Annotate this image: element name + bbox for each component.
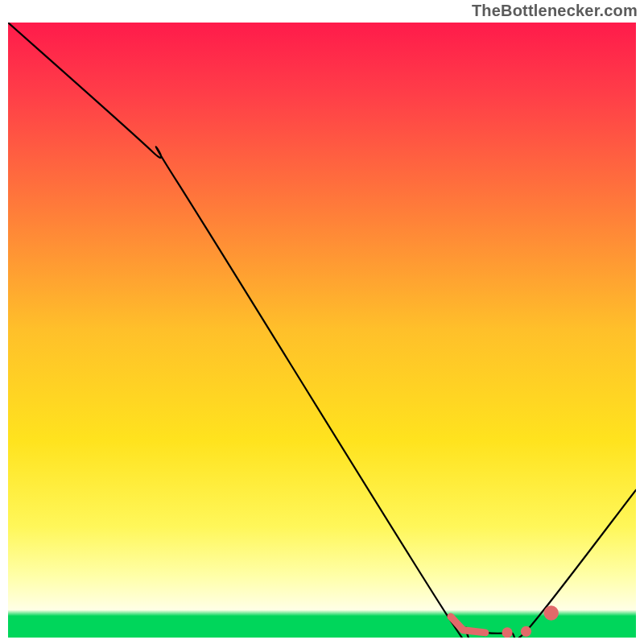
highlight-dot-0 [502,627,513,638]
highlight-dot-1 [521,626,531,637]
chart-root: TheBottlenecker.com [0,0,644,644]
chart-svg [8,23,636,638]
highlight-dot-2 [543,605,558,620]
plot-area [8,23,636,638]
attribution-label: TheBottlenecker.com [472,2,638,20]
svg-rect-0 [8,23,636,638]
